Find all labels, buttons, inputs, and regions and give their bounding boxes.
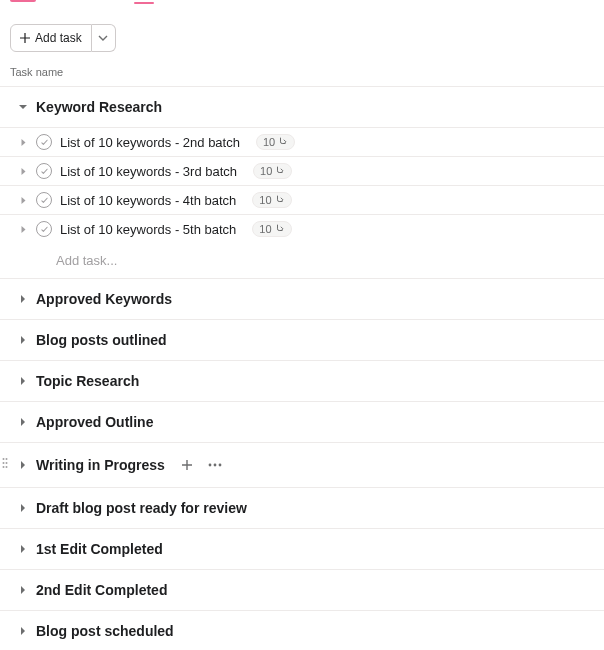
section: Approved Keywords [0,278,604,319]
section-title[interactable]: Draft blog post ready for review [36,500,247,516]
section-header[interactable]: Topic Research [0,361,604,401]
caret-right-icon[interactable] [18,224,28,234]
complete-checkbox[interactable] [36,192,52,208]
task-row[interactable]: List of 10 keywords - 3rd batch10 [0,156,604,185]
section-more-icon[interactable] [205,455,225,475]
caret-right-icon[interactable] [18,544,28,554]
section: Draft blog post ready for review [0,487,604,528]
toolbar: Add task [0,16,604,60]
section-header[interactable]: Draft blog post ready for review [0,488,604,528]
section: Approved Outline [0,401,604,442]
complete-checkbox[interactable] [36,221,52,237]
task-name[interactable]: List of 10 keywords - 5th batch [60,222,236,237]
svg-point-1 [6,458,8,460]
task-row[interactable]: List of 10 keywords - 5th batch10 [0,214,604,243]
svg-point-5 [6,466,8,468]
section-actions [177,455,225,475]
subtask-icon [275,194,285,206]
svg-point-8 [218,464,221,467]
subtask-count: 10 [263,136,275,148]
section-title[interactable]: Topic Research [36,373,139,389]
svg-point-0 [3,458,5,460]
task-row[interactable]: List of 10 keywords - 4th batch10 [0,185,604,214]
section: Blog post scheduled [0,610,604,650]
column-header-row: Task name [0,60,604,86]
caret-right-icon[interactable] [18,166,28,176]
add-task-dropdown[interactable] [92,24,116,52]
section-title[interactable]: Approved Keywords [36,291,172,307]
project-color-chip [10,0,36,2]
subtask-count-pill[interactable]: 10 [252,221,291,237]
section: Topic Research [0,360,604,401]
section: Keyword ResearchList of 10 keywords - 2n… [0,86,604,278]
subtask-count-pill[interactable]: 10 [253,163,292,179]
section-header[interactable]: Approved Keywords [0,279,604,319]
section-header[interactable]: Approved Outline [0,402,604,442]
subtask-count: 10 [259,194,271,206]
caret-right-icon[interactable] [18,335,28,345]
section-header[interactable]: Writing in Progress [0,443,604,487]
caret-right-icon[interactable] [18,294,28,304]
section-title[interactable]: 1st Edit Completed [36,541,163,557]
subtask-count: 10 [260,165,272,177]
subtask-count-pill[interactable]: 10 [252,192,291,208]
section-header[interactable]: Blog posts outlined [0,320,604,360]
section: 1st Edit Completed [0,528,604,569]
task-name[interactable]: List of 10 keywords - 4th batch [60,193,236,208]
add-task-button[interactable]: Add task [10,24,92,52]
caret-right-icon[interactable] [18,626,28,636]
subtask-icon [275,223,285,235]
svg-point-4 [3,466,5,468]
complete-checkbox[interactable] [36,134,52,150]
section-title[interactable]: Writing in Progress [36,457,165,473]
section-header[interactable]: Blog post scheduled [0,611,604,650]
section-title[interactable]: Approved Outline [36,414,153,430]
caret-right-icon[interactable] [18,376,28,386]
caret-right-icon[interactable] [18,585,28,595]
section-header[interactable]: 1st Edit Completed [0,529,604,569]
task-name[interactable]: List of 10 keywords - 2nd batch [60,135,240,150]
svg-point-2 [3,462,5,464]
plus-icon [20,33,30,43]
task-name[interactable]: List of 10 keywords - 3rd batch [60,164,237,179]
svg-point-7 [213,464,216,467]
caret-right-icon[interactable] [18,503,28,513]
caret-right-icon[interactable] [18,417,28,427]
subtask-count-pill[interactable]: 10 [256,134,295,150]
nav-tabs: Overview List Board Timeline Calendar Da… [0,0,604,2]
section: Blog posts outlined [0,319,604,360]
complete-checkbox[interactable] [36,163,52,179]
sections-list: Keyword ResearchList of 10 keywords - 2n… [0,86,604,650]
caret-right-icon[interactable] [18,460,28,470]
task-row[interactable]: List of 10 keywords - 2nd batch10 [0,127,604,156]
caret-right-icon[interactable] [18,195,28,205]
subtask-icon [275,165,285,177]
caret-right-icon[interactable] [18,137,28,147]
section: Writing in Progress [0,442,604,487]
subtask-count: 10 [259,223,271,235]
section-header[interactable]: 2nd Edit Completed [0,570,604,610]
column-task-name: Task name [10,66,63,78]
add-task-button-label: Add task [35,31,82,45]
section-add-task-icon[interactable] [177,455,197,475]
section: 2nd Edit Completed [0,569,604,610]
chevron-down-icon [98,33,108,43]
section-title[interactable]: Blog posts outlined [36,332,167,348]
section-title[interactable]: Blog post scheduled [36,623,174,639]
caret-down-icon[interactable] [18,102,28,112]
section-title[interactable]: 2nd Edit Completed [36,582,167,598]
svg-point-3 [6,462,8,464]
section-header[interactable]: Keyword Research [0,87,604,127]
drag-handle-icon[interactable] [1,457,9,469]
add-task-inline[interactable]: Add task... [0,243,604,278]
subtask-icon [278,136,288,148]
svg-point-6 [208,464,211,467]
section-title[interactable]: Keyword Research [36,99,162,115]
